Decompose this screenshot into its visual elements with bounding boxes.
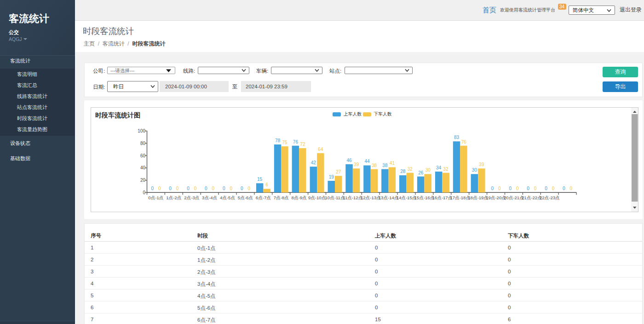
svg-text:75: 75 bbox=[282, 140, 288, 145]
svg-text:0: 0 bbox=[491, 186, 494, 191]
svg-text:4点-5点: 4点-5点 bbox=[220, 195, 235, 200]
svg-text:15点-16点: 15点-16点 bbox=[414, 195, 435, 200]
svg-text:9点-10点: 9点-10点 bbox=[308, 195, 326, 200]
svg-text:0: 0 bbox=[527, 186, 529, 191]
svg-text:14点-15点: 14点-15点 bbox=[397, 195, 417, 200]
svg-text:19: 19 bbox=[329, 174, 334, 179]
svg-text:0: 0 bbox=[194, 186, 197, 191]
svg-text:2点-3点: 2点-3点 bbox=[184, 195, 199, 200]
svg-text:46: 46 bbox=[347, 158, 352, 163]
svg-text:32: 32 bbox=[408, 167, 413, 172]
svg-text:39: 39 bbox=[354, 162, 359, 167]
svg-text:64: 64 bbox=[318, 147, 323, 152]
svg-text:76: 76 bbox=[293, 139, 299, 145]
svg-text:0: 0 bbox=[205, 186, 207, 191]
svg-text:26: 26 bbox=[418, 170, 424, 175]
svg-text:0: 0 bbox=[230, 186, 233, 191]
svg-text:16点-17点: 16点-17点 bbox=[432, 195, 453, 200]
svg-text:0: 0 bbox=[516, 186, 519, 191]
svg-text:0: 0 bbox=[169, 186, 172, 191]
svg-text:13点-14点: 13点-14点 bbox=[379, 195, 399, 200]
svg-text:60: 60 bbox=[140, 153, 146, 158]
svg-text:0: 0 bbox=[545, 186, 547, 191]
svg-text:0: 0 bbox=[151, 186, 154, 191]
svg-text:0: 0 bbox=[563, 186, 565, 191]
svg-text:1点-2点: 1点-2点 bbox=[166, 195, 181, 200]
svg-text:17点-18点: 17点-18点 bbox=[450, 195, 470, 200]
svg-text:0: 0 bbox=[143, 190, 145, 195]
svg-text:0: 0 bbox=[176, 186, 179, 191]
svg-text:21点-22点: 21点-22点 bbox=[522, 195, 542, 200]
svg-text:38: 38 bbox=[372, 163, 377, 168]
svg-text:32: 32 bbox=[443, 167, 449, 172]
svg-text:72: 72 bbox=[300, 142, 305, 147]
svg-text:41: 41 bbox=[390, 161, 395, 166]
svg-text:6点-7点: 6点-7点 bbox=[256, 195, 271, 200]
svg-text:10点-11点: 10点-11点 bbox=[325, 195, 345, 200]
svg-text:78: 78 bbox=[275, 138, 281, 143]
svg-text:30: 30 bbox=[472, 168, 477, 173]
svg-text:38: 38 bbox=[382, 163, 388, 168]
svg-text:8点-9点: 8点-9点 bbox=[292, 195, 307, 200]
svg-text:39: 39 bbox=[479, 162, 484, 167]
svg-text:0: 0 bbox=[223, 186, 225, 191]
svg-text:7点-8点: 7点-8点 bbox=[274, 195, 289, 200]
svg-text:11点-12点: 11点-12点 bbox=[343, 195, 362, 200]
svg-text:34: 34 bbox=[436, 165, 442, 170]
svg-text:3点-4点: 3点-4点 bbox=[202, 195, 217, 200]
svg-text:5点-6点: 5点-6点 bbox=[238, 195, 253, 200]
svg-text:15: 15 bbox=[257, 177, 263, 182]
svg-text:100: 100 bbox=[138, 128, 145, 133]
svg-text:0点-1点: 0点-1点 bbox=[148, 195, 163, 200]
svg-text:0: 0 bbox=[534, 186, 537, 191]
svg-text:0: 0 bbox=[158, 186, 161, 191]
svg-text:42: 42 bbox=[311, 160, 316, 165]
svg-text:12点-13点: 12点-13点 bbox=[361, 195, 381, 200]
svg-text:27: 27 bbox=[336, 169, 341, 174]
svg-text:0: 0 bbox=[509, 186, 512, 191]
svg-text:0: 0 bbox=[498, 186, 501, 191]
svg-text:19点-20点: 19点-20点 bbox=[486, 195, 506, 200]
svg-text:76: 76 bbox=[461, 139, 466, 145]
svg-text:0: 0 bbox=[552, 186, 555, 191]
svg-text:0: 0 bbox=[187, 186, 190, 191]
svg-text:20: 20 bbox=[140, 178, 146, 183]
svg-text:28: 28 bbox=[400, 169, 406, 174]
svg-text:0: 0 bbox=[570, 186, 573, 191]
svg-text:0: 0 bbox=[241, 186, 243, 191]
svg-text:0: 0 bbox=[247, 186, 250, 191]
svg-text:83: 83 bbox=[454, 135, 460, 140]
svg-text:0: 0 bbox=[212, 186, 215, 191]
svg-text:18点-19点: 18点-19点 bbox=[468, 195, 488, 200]
svg-text:80: 80 bbox=[140, 141, 146, 146]
svg-text:30: 30 bbox=[426, 168, 431, 173]
svg-text:6: 6 bbox=[265, 182, 268, 187]
svg-text:20点-21点: 20点-21点 bbox=[504, 195, 524, 200]
svg-text:44: 44 bbox=[364, 159, 370, 164]
svg-text:40: 40 bbox=[140, 165, 146, 170]
svg-text:22点-23点: 22点-23点 bbox=[540, 195, 560, 200]
